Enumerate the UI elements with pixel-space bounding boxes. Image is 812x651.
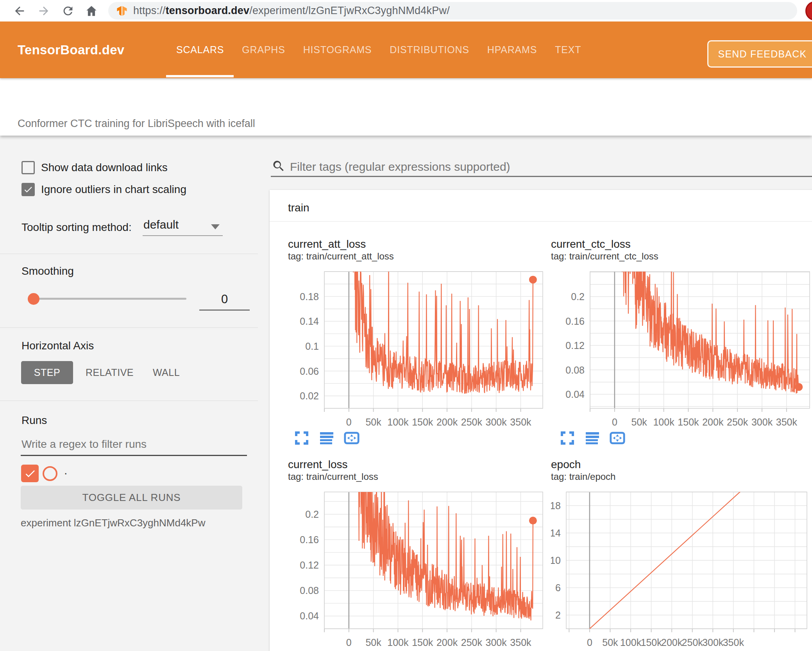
data-table-icon[interactable]: [318, 430, 335, 446]
chevron-down-icon: [211, 224, 220, 229]
run-color-swatch[interactable]: [43, 466, 57, 481]
axis-wall-button[interactable]: WALL: [144, 361, 189, 384]
divider: [0, 401, 258, 401]
smoothing-slider-thumb[interactable]: [28, 293, 39, 305]
svg-text:50k: 50k: [365, 637, 381, 648]
chart-tag: tag: train/current_ctc_loss: [551, 251, 812, 262]
experiment-title: Conformer CTC training for LibriSpeech w…: [18, 118, 255, 130]
tab-distributions[interactable]: DISTRIBUTIONS: [390, 44, 469, 55]
svg-text:350k: 350k: [510, 637, 531, 648]
svg-text:0.16: 0.16: [300, 534, 319, 545]
svg-text:300k: 300k: [486, 637, 507, 648]
show-download-checkbox[interactable]: [21, 161, 35, 174]
svg-text:250k: 250k: [727, 417, 748, 427]
send-feedback-button[interactable]: SEND FEEDBACK: [707, 40, 812, 68]
svg-text:300k: 300k: [486, 417, 507, 427]
fullscreen-icon[interactable]: [559, 430, 576, 446]
svg-text:0.04: 0.04: [565, 389, 585, 400]
tab-hparams[interactable]: HPARAMS: [487, 44, 537, 55]
search-icon: [272, 159, 286, 175]
svg-text:0.2: 0.2: [571, 291, 585, 302]
experiment-id-label: experiment lzGnETjwRxC3yghNMd4kPw: [21, 517, 205, 529]
chart-tag: tag: train/current_loss: [288, 471, 547, 482]
svg-text:350k: 350k: [776, 417, 798, 427]
ignore-outliers-checkbox[interactable]: [21, 183, 35, 196]
line-chart-current-ctc-loss[interactable]: 0.040.080.120.160.2050k100k150k200k250k3…: [551, 270, 812, 427]
tab-histograms[interactable]: HISTOGRAMS: [303, 44, 372, 55]
line-chart-epoch[interactable]: 26101418050k100k150k200k250k300k350k: [551, 491, 812, 648]
tensorboard-page: https://tensorboard.dev/experiment/lzGnE…: [0, 0, 812, 651]
chart-tag: tag: train/epoch: [551, 471, 812, 482]
fit-domain-icon[interactable]: [343, 430, 360, 446]
train-group-card: train current_att_loss tag: train/curren…: [270, 190, 812, 651]
tooltip-sorting-value: default: [143, 218, 179, 231]
nav-tabs: SCALARS GRAPHS HISTOGRAMS DISTRIBUTIONS …: [176, 21, 581, 78]
svg-text:10: 10: [551, 555, 561, 566]
divider: [0, 327, 258, 328]
profile-avatar[interactable]: [805, 1, 812, 21]
svg-text:150k: 150k: [640, 637, 662, 648]
svg-text:6: 6: [555, 582, 561, 593]
filter-tags-underline: [271, 176, 812, 177]
svg-text:50k: 50k: [365, 417, 381, 427]
url-text: https://tensorboard.dev/experiment/lzGnE…: [133, 5, 450, 17]
forward-icon[interactable]: [36, 3, 52, 19]
data-table-icon[interactable]: [584, 430, 601, 446]
axis-step-button[interactable]: STEP: [21, 361, 73, 384]
divider: [0, 254, 258, 254]
line-chart-current-att-loss[interactable]: 0.020.060.10.140.18050k100k150k200k250k3…: [288, 270, 547, 427]
home-icon[interactable]: [84, 3, 99, 19]
chart-title: current_loss: [288, 458, 547, 471]
toggle-all-runs-button[interactable]: TOGGLE ALL RUNS: [21, 486, 242, 510]
svg-text:100k: 100k: [653, 417, 674, 427]
filter-tags-input[interactable]: [289, 158, 810, 175]
brand-logo[interactable]: TensorBoard.dev: [18, 43, 124, 57]
run-name: .: [64, 464, 67, 477]
svg-text:0.12: 0.12: [300, 560, 319, 571]
axis-relative-button[interactable]: RELATIVE: [83, 361, 136, 384]
group-header-train[interactable]: train: [288, 202, 309, 214]
back-icon[interactable]: [12, 3, 27, 19]
run-checkbox[interactable]: [21, 465, 39, 482]
svg-text:0.08: 0.08: [565, 365, 585, 376]
reload-icon[interactable]: [60, 3, 76, 19]
svg-text:50k: 50k: [631, 417, 647, 427]
svg-text:0: 0: [612, 417, 617, 427]
svg-text:0.12: 0.12: [565, 340, 585, 351]
tab-graphs[interactable]: GRAPHS: [242, 44, 285, 55]
app-header: TensorBoard.dev SCALARS GRAPHS HISTOGRAM…: [0, 21, 812, 78]
svg-text:0.18: 0.18: [300, 291, 319, 302]
svg-text:300k: 300k: [751, 417, 773, 427]
runs-filter-input[interactable]: [21, 434, 247, 456]
experiment-title-bar: Conformer CTC training for LibriSpeech w…: [0, 78, 812, 136]
active-tab-underline: [166, 75, 234, 77]
svg-text:250k: 250k: [682, 637, 703, 648]
tooltip-sorting-dropdown[interactable]: default: [143, 216, 223, 236]
chart-card-current-ctc-loss: current_ctc_loss tag: train/current_ctc_…: [551, 238, 812, 427]
tensorboard-favicon-icon: [116, 5, 128, 17]
url-bar[interactable]: https://tensorboard.dev/experiment/lzGnE…: [108, 2, 797, 20]
svg-text:0.04: 0.04: [300, 610, 319, 621]
tooltip-sorting-label: Tooltip sorting method:: [21, 221, 132, 234]
svg-text:250k: 250k: [461, 637, 483, 648]
fit-domain-icon[interactable]: [609, 430, 626, 446]
svg-text:0: 0: [587, 637, 592, 648]
svg-text:50k: 50k: [602, 637, 618, 648]
chart-card-epoch: epoch tag: train/epoch 26101418050k100k1…: [551, 458, 812, 648]
tab-scalars[interactable]: SCALARS: [176, 44, 224, 55]
svg-text:0.1: 0.1: [305, 341, 319, 352]
svg-text:150k: 150k: [412, 417, 433, 427]
fullscreen-icon[interactable]: [293, 430, 310, 446]
chart-tag: tag: train/current_att_loss: [288, 251, 547, 262]
line-chart-current-loss[interactable]: 0.040.080.120.160.2050k100k150k200k250k3…: [288, 491, 547, 648]
smoothing-label: Smoothing: [21, 265, 74, 278]
svg-text:200k: 200k: [702, 417, 724, 427]
svg-text:0: 0: [346, 637, 352, 648]
smoothing-slider-track[interactable]: [33, 298, 186, 300]
svg-text:0.06: 0.06: [300, 366, 319, 377]
tab-text[interactable]: TEXT: [555, 44, 581, 55]
chart-card-current-att-loss: current_att_loss tag: train/current_att_…: [288, 238, 547, 427]
smoothing-value-input[interactable]: [199, 289, 250, 311]
svg-text:350k: 350k: [723, 637, 744, 648]
chart-actions: [559, 430, 626, 446]
